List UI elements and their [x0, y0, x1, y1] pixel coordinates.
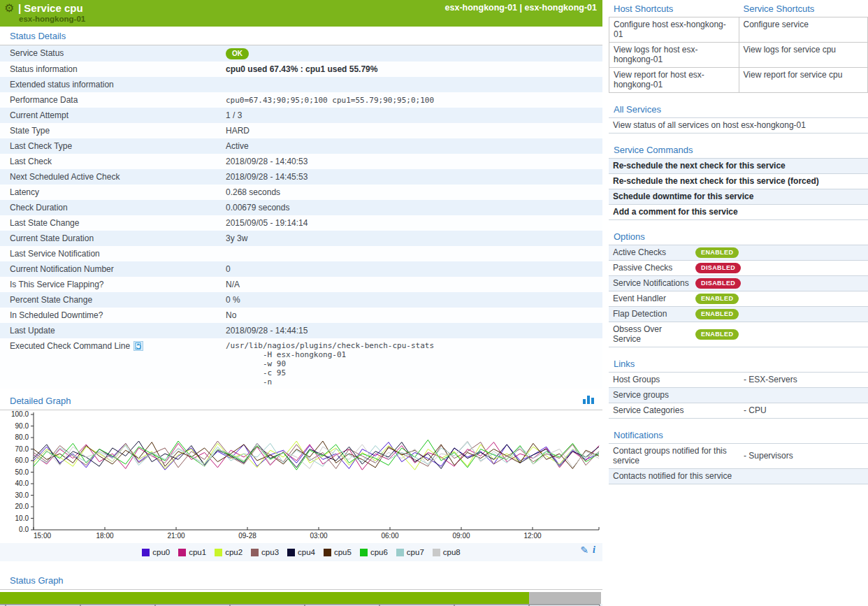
- status-row: Last Update 2018/09/28 - 14:44:15: [0, 323, 602, 338]
- option-state-badge[interactable]: DISABLED: [695, 278, 741, 289]
- status-row-label: Current Notification Number: [10, 264, 114, 274]
- status-row-value: 0.268 seconds: [226, 187, 280, 197]
- svg-text:50.0: 50.0: [15, 468, 29, 476]
- svg-text:20.0: 20.0: [15, 503, 29, 510]
- all-services-section: All Services View status of all services…: [609, 101, 868, 134]
- status-row-label: Latency: [10, 187, 39, 197]
- status-row-label: Last Check: [10, 157, 52, 166]
- svg-text:09:00: 09:00: [452, 532, 470, 540]
- status-row-value: 0: [226, 264, 231, 274]
- svg-text:70.0: 70.0: [15, 445, 29, 453]
- all-services-row: View status of all services on host esx-…: [609, 117, 868, 134]
- service-shortcut-link[interactable]: View report for service cpu: [739, 68, 868, 92]
- service-shortcuts-title: Service Shortcuts: [739, 0, 868, 17]
- gear-icon[interactable]: ⚙: [4, 1, 14, 15]
- option-state-badge[interactable]: ENABLED: [695, 294, 739, 304]
- legend-label: cpu0: [152, 548, 170, 556]
- svg-text:09-28: 09-28: [238, 532, 256, 540]
- link-value[interactable]: [739, 393, 748, 398]
- link-value[interactable]: - CPU: [739, 403, 771, 418]
- option-state-badge[interactable]: ENABLED: [695, 329, 739, 340]
- shortcut-row: View logs for host esx-hongkong-01 View …: [609, 42, 867, 67]
- host-subtitle: esx-hongkong-01: [19, 15, 85, 23]
- info-icon[interactable]: i: [593, 544, 595, 556]
- host-shortcut-link[interactable]: Configure host esx-hongkong-01: [609, 17, 739, 42]
- status-graph-section: Status Graph 5:0018:0021:0009-2803:0006:…: [0, 571, 602, 606]
- service-shortcut-link[interactable]: Configure service: [739, 17, 868, 42]
- status-row-label: Extended status information: [10, 80, 114, 89]
- host-shortcut-link[interactable]: View logs for host esx-hongkong-01: [609, 43, 739, 67]
- status-row-label: Percent State Change: [10, 295, 92, 305]
- option-row: Flap Detection ENABLED: [609, 306, 868, 322]
- detailed-graph-title: Detailed Graph: [0, 391, 602, 410]
- option-label: Passive Checks: [609, 261, 695, 275]
- legend-swatch: [396, 549, 404, 556]
- header-host-links[interactable]: esx-hongkong-01 | esx-hongkong-01: [445, 3, 597, 13]
- link-value[interactable]: - ESX-Servers: [739, 373, 802, 387]
- side-panel: Host Shortcuts Service Shortcuts Configu…: [609, 0, 868, 484]
- notification-value[interactable]: [739, 474, 748, 479]
- service-shortcut-link[interactable]: View logs for service cpu: [739, 43, 868, 67]
- status-row: Executed Check Command Line /usr/lib/nag…: [0, 338, 602, 389]
- status-row-value: 0.00679 seconds: [226, 203, 289, 212]
- legend-item: cpu6: [360, 548, 388, 556]
- status-row: Current Notification Number 0: [0, 261, 602, 277]
- status-row-value: 0 %: [226, 295, 240, 305]
- status-row-value: Active: [226, 141, 249, 151]
- link-label: Service Categories: [609, 403, 739, 418]
- host-shortcut-link[interactable]: View report for host esx-hongkong-01: [609, 68, 739, 92]
- status-row-label: Last Service Notification: [10, 249, 100, 259]
- option-row: Event Handler ENABLED: [609, 291, 868, 306]
- status-row-label: In Scheduled Downtime?: [10, 310, 103, 320]
- legend-label: cpu4: [298, 548, 315, 556]
- option-row: Passive Checks DISABLED: [609, 260, 868, 275]
- status-row: Performance Data cpu0=67.43;90;95;0;100 …: [0, 92, 602, 108]
- status-row: Percent State Change 0 %: [0, 292, 602, 308]
- status-row-value: 2018/09/28 - 14:40:53: [226, 157, 308, 166]
- link-row: Service Categories - CPU: [609, 403, 868, 419]
- page-title: | Service cpu: [18, 2, 83, 14]
- svg-text:06:00: 06:00: [381, 532, 398, 540]
- option-state-badge[interactable]: ENABLED: [695, 247, 739, 258]
- status-row: Is This Service Flapping? N/A: [0, 277, 602, 292]
- svg-text:21:00: 21:00: [167, 532, 185, 540]
- service-command-link[interactable]: Re-schedule the next check for this serv…: [609, 174, 823, 189]
- status-badge: OK: [226, 48, 249, 59]
- legend-swatch: [433, 549, 440, 556]
- edit-graph-icon[interactable]: ✎: [580, 544, 588, 556]
- link-row: Host Groups - ESX-Servers: [609, 372, 868, 387]
- legend-label: cpu8: [443, 548, 461, 556]
- option-state-badge[interactable]: DISABLED: [695, 263, 741, 273]
- svg-text:30.0: 30.0: [15, 491, 29, 499]
- legend-swatch: [215, 549, 222, 556]
- status-graph-header: Status Graph: [0, 571, 602, 590]
- status-row-label: Executed Check Command Line: [10, 341, 130, 351]
- notifications-title: Notifications: [609, 426, 868, 443]
- all-services-link[interactable]: View status of all services on host esx-…: [609, 118, 810, 133]
- service-command-link[interactable]: Re-schedule the next check for this serv…: [609, 159, 790, 173]
- legend-label: cpu1: [189, 548, 206, 556]
- bar-chart-icon[interactable]: [583, 396, 594, 404]
- legend-swatch: [324, 549, 331, 556]
- svg-text:40.0: 40.0: [15, 479, 29, 487]
- shortcut-row: View report for host esx-hongkong-01 Vie…: [609, 67, 867, 92]
- status-row-label: Last Update: [10, 326, 55, 336]
- status-details-table: Service Status OK Status information cpu…: [0, 45, 602, 389]
- status-row: Last Service Notification: [0, 246, 602, 261]
- option-state-badge[interactable]: ENABLED: [695, 309, 739, 319]
- status-segment-ok: [0, 592, 529, 604]
- status-row-value: /usr/lib/nagios/plugins/check-bench-cpu-…: [226, 341, 597, 387]
- status-row-label: Current State Duration: [10, 233, 94, 243]
- service-command-link[interactable]: Add a comment for this service: [609, 205, 742, 219]
- chart-legend: ✎ i cpu0 cpu1 cpu2 cpu3: [0, 543, 602, 561]
- status-row-label: Next Scheduled Active Check: [10, 172, 120, 182]
- notification-label: Contact groups notified for this service: [609, 444, 739, 468]
- copy-icon[interactable]: [133, 341, 143, 351]
- service-command-link[interactable]: Schedule downtime for this service: [609, 189, 758, 204]
- status-row: Latency 0.268 seconds: [0, 185, 602, 200]
- status-row-value: 1 / 3: [226, 110, 242, 120]
- options-title: Options: [609, 228, 868, 245]
- notification-value[interactable]: - Supervisors: [739, 449, 797, 463]
- link-label: Service groups: [609, 388, 739, 403]
- status-row: Service Status OK: [0, 45, 602, 62]
